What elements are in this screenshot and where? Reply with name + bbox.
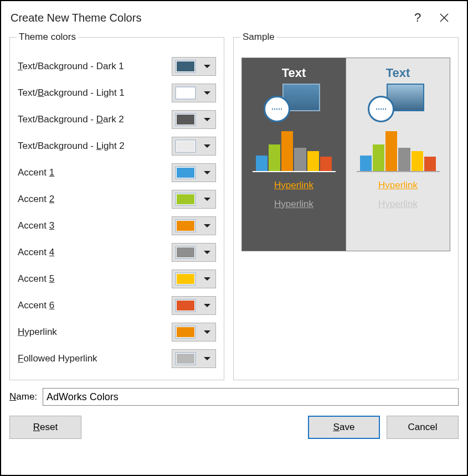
color-swatch bbox=[175, 113, 196, 126]
color-row: Text/Background - Dark 1 bbox=[18, 53, 216, 80]
color-swatch bbox=[175, 299, 196, 312]
color-label: Text/Background - Dark 1 bbox=[18, 61, 172, 72]
chevron-down-icon bbox=[199, 251, 215, 254]
chart-bar bbox=[360, 156, 372, 171]
color-row: Hyperlink bbox=[18, 319, 216, 345]
color-swatch bbox=[175, 193, 196, 206]
color-row: Text/Background - Light 1 bbox=[18, 80, 216, 106]
color-row: Accent 2 bbox=[18, 186, 216, 213]
color-label: Text/Background - Dark 2 bbox=[18, 114, 172, 125]
sample-followed-dark: Hyperlink bbox=[274, 199, 313, 210]
color-label: Accent 5 bbox=[18, 273, 172, 284]
color-row: Text/Background - Dark 2 bbox=[18, 106, 216, 133]
sample-chart-light bbox=[357, 128, 440, 172]
chart-bar bbox=[398, 148, 410, 171]
color-label: Accent 2 bbox=[18, 194, 172, 205]
cancel-button[interactable]: Cancel bbox=[387, 416, 459, 439]
color-swatch bbox=[175, 166, 196, 179]
color-label: Followed Hyperlink bbox=[18, 353, 172, 364]
chart-bar bbox=[281, 131, 293, 171]
chevron-down-icon bbox=[199, 224, 215, 227]
color-picker-button[interactable] bbox=[172, 243, 216, 262]
chevron-down-icon bbox=[199, 357, 215, 360]
theme-colors-group: Theme colors Text/Background - Dark 1Tex… bbox=[9, 37, 224, 380]
dialog-title: Create New Theme Colors bbox=[11, 12, 404, 24]
color-picker-button[interactable] bbox=[172, 349, 216, 368]
color-picker-button[interactable] bbox=[172, 84, 216, 102]
color-picker-button[interactable] bbox=[172, 270, 216, 288]
color-swatch bbox=[175, 352, 196, 365]
color-picker-button[interactable] bbox=[172, 137, 216, 156]
chevron-down-icon bbox=[199, 65, 215, 68]
chart-bar bbox=[256, 156, 268, 171]
color-swatch bbox=[175, 139, 196, 153]
save-button[interactable]: Save bbox=[308, 416, 380, 439]
color-label: Accent 4 bbox=[18, 247, 172, 258]
sample-group: Sample Text Hyperlink Hyperlink Text bbox=[233, 37, 459, 380]
chevron-down-icon bbox=[199, 198, 215, 201]
chevron-down-icon bbox=[199, 144, 215, 148]
color-row: Accent 3 bbox=[18, 213, 216, 239]
sample-circle-icon bbox=[264, 96, 290, 122]
sample-shapes-dark bbox=[264, 84, 325, 122]
color-picker-button[interactable] bbox=[172, 323, 216, 342]
color-picker-button[interactable] bbox=[172, 296, 216, 315]
color-swatch bbox=[175, 86, 196, 100]
close-icon bbox=[439, 12, 450, 23]
color-swatch bbox=[175, 219, 196, 232]
chevron-down-icon bbox=[199, 304, 215, 307]
name-input[interactable] bbox=[43, 388, 459, 406]
sample-shapes-light bbox=[368, 84, 429, 122]
color-label: Accent 3 bbox=[18, 220, 172, 231]
color-row: Followed Hyperlink bbox=[18, 345, 216, 372]
name-label: Name: bbox=[9, 391, 37, 402]
sample-dark-pane: Text Hyperlink Hyperlink bbox=[242, 58, 346, 251]
reset-button[interactable]: Reset bbox=[9, 416, 81, 439]
chart-bar bbox=[412, 151, 423, 171]
chevron-down-icon bbox=[199, 330, 215, 334]
color-picker-button[interactable] bbox=[172, 57, 216, 76]
sample-hyperlink-light: Hyperlink bbox=[378, 180, 418, 191]
color-picker-button[interactable] bbox=[172, 216, 216, 235]
create-theme-colors-dialog: Create New Theme Colors ? Theme colors T… bbox=[0, 0, 468, 476]
chart-bar bbox=[269, 144, 280, 171]
color-label: Accent 6 bbox=[18, 300, 172, 311]
chevron-down-icon bbox=[199, 277, 215, 281]
color-picker-button[interactable] bbox=[172, 163, 216, 182]
color-picker-button[interactable] bbox=[172, 110, 216, 129]
sample-hyperlink-dark: Hyperlink bbox=[274, 180, 313, 191]
sample-preview: Text Hyperlink Hyperlink Text bbox=[241, 58, 450, 251]
chart-bar bbox=[424, 157, 436, 171]
sample-legend: Sample bbox=[240, 32, 277, 43]
sample-text-light: Text bbox=[386, 66, 410, 80]
color-swatch bbox=[175, 60, 196, 73]
color-row: Text/Background - Light 2 bbox=[18, 133, 216, 159]
sample-followed-light: Hyperlink bbox=[378, 199, 418, 210]
sample-chart-dark bbox=[253, 128, 336, 172]
chevron-down-icon bbox=[199, 171, 215, 174]
close-button[interactable] bbox=[431, 4, 457, 31]
color-swatch bbox=[175, 325, 196, 339]
chart-bar bbox=[320, 157, 332, 171]
chevron-down-icon bbox=[199, 91, 215, 95]
sample-light-pane: Text Hyperlink Hyperlink bbox=[346, 58, 450, 251]
titlebar: Create New Theme Colors ? bbox=[3, 3, 465, 33]
color-row: Accent 4 bbox=[18, 239, 216, 266]
name-row: Name: bbox=[9, 388, 459, 406]
color-row: Accent 1 bbox=[18, 159, 216, 186]
color-swatch bbox=[175, 272, 196, 286]
sample-text-dark: Text bbox=[282, 66, 306, 80]
chart-bar bbox=[385, 131, 397, 171]
color-swatch bbox=[175, 246, 196, 259]
sample-circle-icon bbox=[368, 96, 394, 122]
help-button[interactable]: ? bbox=[404, 4, 431, 31]
color-label: Accent 1 bbox=[18, 167, 172, 178]
theme-colors-legend: Theme colors bbox=[17, 32, 78, 43]
chart-bar bbox=[294, 148, 306, 171]
color-label: Hyperlink bbox=[18, 327, 172, 338]
color-row: Accent 6 bbox=[18, 292, 216, 319]
color-row: Accent 5 bbox=[18, 266, 216, 292]
color-label: Text/Background - Light 2 bbox=[18, 141, 172, 152]
chart-bar bbox=[307, 151, 319, 171]
color-picker-button[interactable] bbox=[172, 190, 216, 209]
